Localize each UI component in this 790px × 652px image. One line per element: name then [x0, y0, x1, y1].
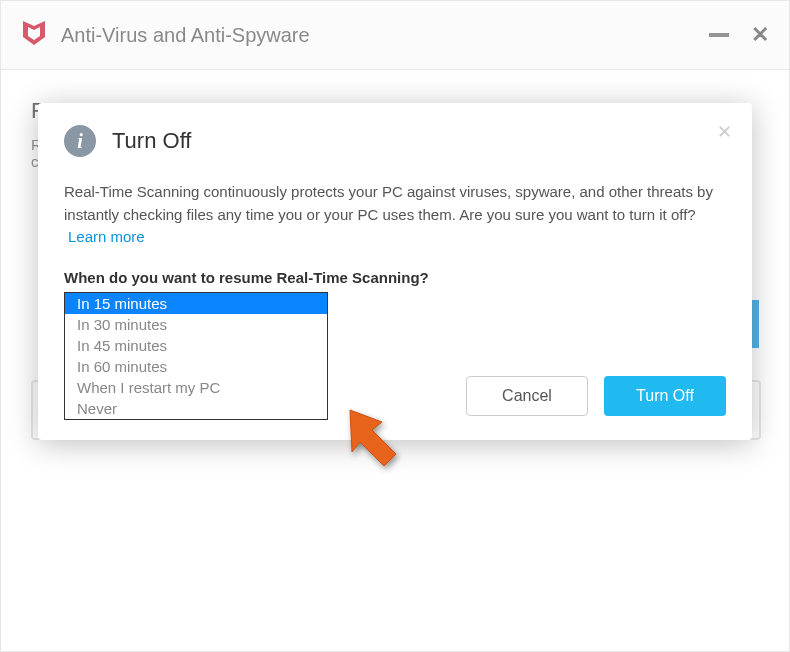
- dialog-desc-text: Real-Time Scanning continuously protects…: [64, 183, 713, 223]
- info-icon: i: [64, 125, 96, 157]
- cancel-button[interactable]: Cancel: [466, 376, 588, 416]
- option-30-minutes[interactable]: In 30 minutes: [65, 314, 327, 335]
- dialog-description: Real-Time Scanning continuously protects…: [64, 181, 726, 249]
- annotation-arrow-icon: [340, 400, 420, 480]
- turn-off-button[interactable]: Turn Off: [604, 376, 726, 416]
- dialog-title: Turn Off: [112, 128, 191, 154]
- option-60-minutes[interactable]: In 60 minutes: [65, 356, 327, 377]
- resume-question-label: When do you want to resume Real-Time Sca…: [64, 269, 726, 286]
- option-45-minutes[interactable]: In 45 minutes: [65, 335, 327, 356]
- dialog-close-icon[interactable]: ✕: [717, 121, 732, 143]
- option-15-minutes[interactable]: In 15 minutes: [65, 293, 327, 314]
- turn-off-dialog: i Turn Off ✕ Real-Time Scanning continuo…: [38, 103, 752, 440]
- learn-more-link[interactable]: Learn more: [68, 228, 145, 245]
- dialog-header: i Turn Off ✕: [38, 103, 752, 169]
